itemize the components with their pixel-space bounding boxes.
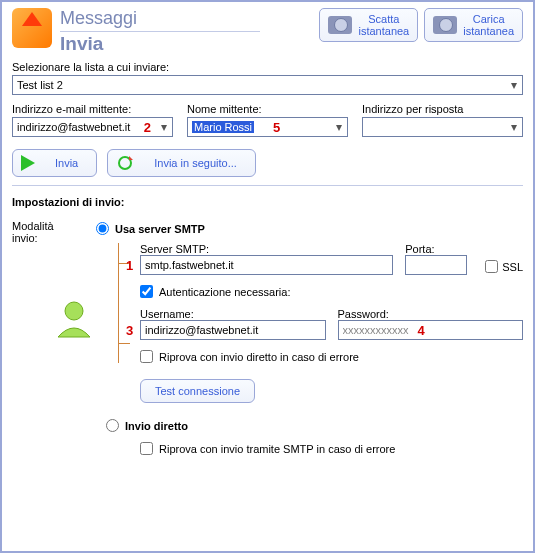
app-icon — [12, 8, 52, 48]
send-button[interactable]: Invia — [12, 149, 97, 177]
camera-load-icon — [433, 16, 457, 34]
smtp-server-input[interactable] — [140, 255, 393, 275]
test-connection-button[interactable]: Test connessione — [140, 379, 255, 403]
ssl-label: SSL — [502, 261, 523, 273]
retry-direct-label: Riprova con invio diretto in caso di err… — [159, 351, 359, 363]
take-snapshot-line2: istantanea — [358, 25, 409, 37]
send-later-button[interactable]: Invia in seguito... — [107, 149, 256, 177]
take-snapshot-line1: Scatta — [368, 13, 399, 25]
reply-input[interactable] — [362, 117, 523, 137]
sender-name-label: Nome mittente: — [187, 103, 348, 115]
send-later-button-label: Invia in seguito... — [154, 157, 237, 169]
page-subtitle: Invia — [60, 31, 260, 55]
test-connection-label: Test connessione — [155, 385, 240, 397]
retry-smtp-label: Riprova con invio tramite SMTP in caso d… — [159, 443, 395, 455]
list-label: Selezionare la lista a cui inviare: — [12, 61, 523, 73]
separator — [12, 185, 523, 186]
sender-name-input[interactable]: Mario Rossi — [187, 117, 348, 137]
svg-point-1 — [65, 302, 83, 320]
use-smtp-label: Usa server SMTP — [115, 223, 205, 235]
auth-checkbox[interactable] — [140, 285, 153, 298]
ssl-checkbox[interactable] — [485, 260, 498, 273]
load-snapshot-button[interactable]: Caricaistantanea — [424, 8, 523, 42]
load-snapshot-line2: istantanea — [463, 25, 514, 37]
send-button-label: Invia — [55, 157, 78, 169]
username-input[interactable] — [140, 320, 326, 340]
use-smtp-radio[interactable] — [96, 222, 109, 235]
password-input[interactable] — [338, 320, 524, 340]
direct-send-label: Invio diretto — [125, 420, 188, 432]
camera-icon — [328, 16, 352, 34]
retry-smtp-checkbox[interactable] — [140, 442, 153, 455]
username-label: Username: — [140, 308, 326, 320]
send-later-icon — [116, 154, 134, 172]
page-title: Messaggi — [60, 8, 260, 29]
settings-title: Impostazioni di invio: — [12, 196, 523, 208]
sender-name-value: Mario Rossi — [192, 121, 254, 133]
mode-label: Modalità invio: — [12, 220, 54, 244]
take-snapshot-button[interactable]: Scattaistantanea — [319, 8, 418, 42]
sender-email-input[interactable] — [12, 117, 173, 137]
direct-send-radio[interactable] — [106, 419, 119, 432]
password-label: Password: — [338, 308, 524, 320]
user-avatar-icon — [52, 297, 96, 341]
smtp-server-label: Server SMTP: — [140, 243, 393, 255]
list-select[interactable] — [12, 75, 523, 95]
load-snapshot-line1: Carica — [473, 13, 505, 25]
smtp-port-input[interactable] — [405, 255, 467, 275]
play-icon — [21, 155, 35, 171]
auth-label: Autenticazione necessaria: — [159, 286, 290, 298]
smtp-port-label: Porta: — [405, 243, 467, 255]
sender-email-label: Indirizzo e-mail mittente: — [12, 103, 173, 115]
retry-direct-checkbox[interactable] — [140, 350, 153, 363]
reply-label: Indirizzo per risposta — [362, 103, 523, 115]
